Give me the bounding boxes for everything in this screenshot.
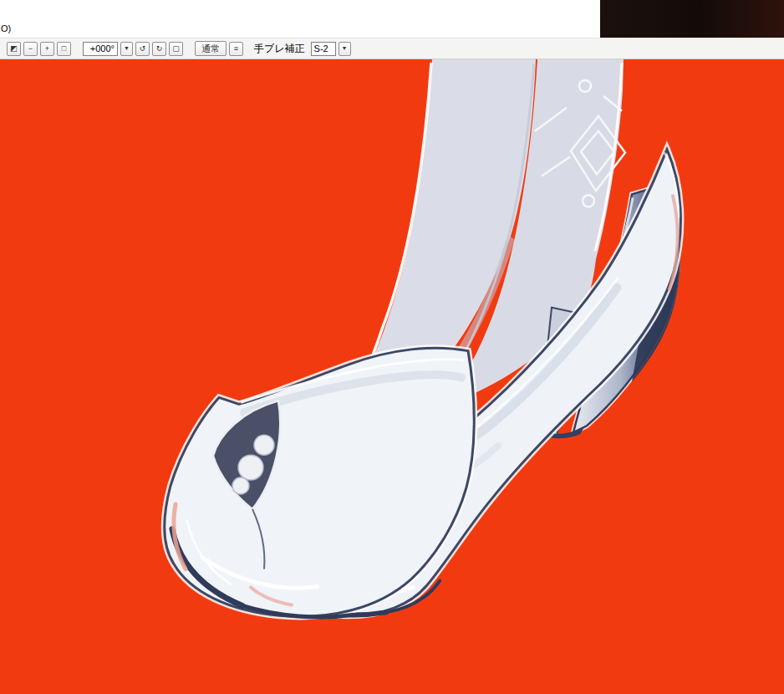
stabilizer-value: S-2 — [314, 43, 328, 54]
texture-toggle-button[interactable]: ≡ — [229, 42, 243, 56]
canvas-artwork — [0, 59, 784, 694]
stabilizer-dropdown-button[interactable]: ▼ — [339, 42, 351, 56]
rotate-ccw-button[interactable]: ↺ — [135, 42, 150, 56]
view-toolbar: ◩ − + □ +000° ▼ ↺ ↻ ▢ 通常 ≡ 手ブレ補正 S-2 ▼ — [0, 38, 784, 59]
background-window-corner — [600, 0, 784, 38]
zoom-in-button[interactable]: + — [40, 42, 54, 56]
stabilizer-value-field[interactable]: S-2 — [311, 42, 336, 56]
paint-app-window: O) ◩ − + □ +000° ▼ ↺ ↻ ▢ 通常 ≡ 手ブレ補正 S-2 … — [0, 0, 784, 694]
zoom-out-button[interactable]: − — [23, 42, 38, 56]
menu-bar: O) — [0, 0, 784, 38]
menu-item-fragment[interactable]: O) — [1, 23, 11, 33]
rotation-angle-field[interactable]: +000° — [83, 42, 118, 56]
stabilizer-label: 手ブレ補正 — [254, 42, 305, 56]
rotation-angle-value: +000° — [90, 43, 115, 54]
blend-mode-button[interactable]: 通常 — [195, 41, 227, 56]
zoom-reset-button[interactable]: □ — [57, 42, 71, 56]
rotate-reset-button[interactable]: ▢ — [169, 42, 183, 56]
drawing-canvas[interactable] — [0, 59, 784, 694]
rotation-angle-dropdown-button[interactable]: ▼ — [120, 42, 133, 56]
rotate-cw-button[interactable]: ↻ — [152, 42, 166, 56]
pan-view-button[interactable]: ◩ — [7, 42, 21, 56]
